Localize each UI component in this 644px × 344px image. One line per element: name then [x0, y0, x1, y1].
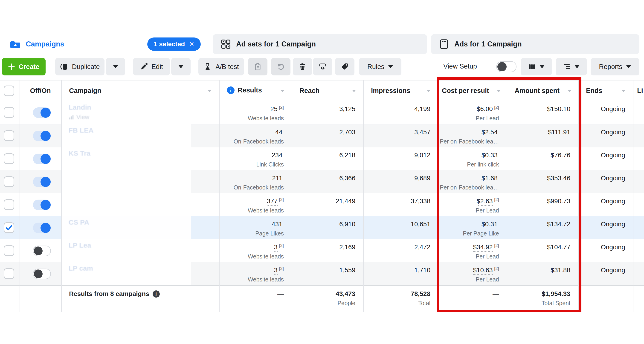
rules-button[interactable]: Rules	[359, 58, 402, 75]
chevron-down-icon	[626, 65, 631, 68]
col-header-results[interactable]: i Results	[227, 86, 262, 94]
campaign-on-off-toggle[interactable]	[33, 177, 51, 187]
select-all-checkbox[interactable]	[4, 85, 14, 96]
campaign-on-off-toggle[interactable]	[33, 269, 51, 279]
sort-caret-icon[interactable]	[208, 90, 212, 92]
chevron-down-icon	[178, 65, 184, 68]
tab-ad-sets[interactable]: Ad sets for 1 Campaign	[213, 34, 427, 54]
results-cell: 431 Page Likes	[219, 216, 292, 239]
tag-button[interactable]	[335, 58, 354, 75]
ends-cell: Ongoing	[578, 101, 633, 124]
cost-per-result-cell: $34.92[2] Per Lead	[438, 239, 507, 262]
reach-cell: 2,169	[292, 239, 363, 262]
ends-cell: Ongoing	[578, 262, 633, 285]
clear-selection-icon[interactable]: ✕	[189, 40, 194, 48]
cost-per-result-cell: $10.63[2] Per Lead	[438, 262, 507, 285]
col-header-ends[interactable]: Ends	[586, 87, 602, 94]
campaign-name-hint: CS PA	[68, 218, 89, 226]
row-checkbox[interactable]	[4, 176, 14, 187]
totals-cost: —	[438, 290, 499, 298]
row-checkbox[interactable]	[4, 222, 14, 233]
amount-spent-cell: $31.88	[507, 262, 578, 285]
totals-reach-label: People	[273, 300, 355, 307]
col-header-truncated[interactable]: Li	[637, 87, 643, 94]
columns-icon	[528, 63, 536, 71]
undo-button[interactable]	[271, 58, 290, 75]
ends-cell: Ongoing	[578, 124, 633, 147]
campaign-on-off-toggle[interactable]	[33, 200, 51, 210]
campaign-on-off-toggle[interactable]	[33, 223, 51, 233]
col-header-cost-per-result[interactable]: Cost per result	[442, 87, 489, 94]
breakdown-button[interactable]	[556, 58, 587, 75]
cost-per-result-cell: $1.68 Per on-Facebook lea…	[438, 170, 507, 193]
results-cell: 234 Link Clicks	[219, 147, 292, 170]
amount-spent-cell: $111.91	[507, 124, 578, 147]
totals-spent: $1,954.33	[507, 290, 570, 298]
col-header-amount-spent[interactable]: Amount spent	[515, 87, 560, 94]
edit-button[interactable]: Edit	[133, 58, 170, 75]
cost-per-result-cell: $2.54 Per on-Facebook lea…	[438, 124, 507, 147]
reports-button[interactable]: Reports	[590, 58, 640, 75]
tab-ads[interactable]: Ads for 1 Campaign	[431, 34, 640, 54]
sort-caret-icon[interactable]	[426, 90, 431, 92]
tab-ads-label: Ads for 1 Campaign	[454, 40, 522, 48]
chevron-down-icon	[540, 65, 544, 68]
grid-icon	[220, 39, 231, 49]
chevron-down-icon	[574, 65, 580, 68]
reach-cell: 6,366	[292, 170, 363, 193]
row-checkbox[interactable]	[4, 268, 14, 279]
col-header-impressions[interactable]: Impressions	[371, 87, 410, 94]
view-charts-hint: View	[68, 114, 89, 121]
campaign-name-hint: LP Lea	[68, 241, 91, 249]
row-checkbox[interactable]	[4, 245, 14, 256]
row-checkbox[interactable]	[4, 153, 14, 164]
amount-spent-cell: $104.77	[507, 239, 578, 262]
sort-caret-icon[interactable]	[497, 90, 501, 92]
sort-caret-icon[interactable]	[352, 90, 356, 92]
sort-caret-icon[interactable]	[622, 90, 626, 92]
paste-button[interactable]	[248, 58, 268, 75]
campaign-name-hint: LP cam	[68, 265, 93, 272]
ends-cell: Ongoing	[578, 216, 633, 239]
view-setup-toggle[interactable]	[496, 61, 516, 72]
delete-button[interactable]	[293, 58, 312, 75]
duplicate-button[interactable]: Duplicate	[55, 58, 104, 75]
cost-per-result-cell: $0.33 Per link click	[438, 147, 507, 170]
totals-results: —	[219, 290, 284, 298]
reach-cell: 2,703	[292, 124, 363, 147]
row-checkbox[interactable]	[4, 199, 14, 210]
row-checkbox[interactable]	[4, 107, 14, 118]
info-icon[interactable]: i	[152, 291, 160, 298]
campaign-privacy-blur: Landin View FB LEA KS Tra CS PA LP Lea L…	[62, 102, 191, 285]
cost-per-result-cell: $6.00[2] Per Lead	[438, 101, 507, 124]
campaign-name-hint: FB LEA	[68, 126, 94, 134]
create-button[interactable]: Create	[2, 58, 46, 75]
campaign-on-off-toggle[interactable]	[33, 246, 51, 256]
preview-button[interactable]	[313, 58, 332, 75]
action-toolbar: Create Duplicate Edit	[0, 54, 644, 80]
ab-test-button[interactable]: A/B test	[198, 58, 244, 75]
sort-caret-icon[interactable]	[568, 90, 572, 92]
results-cell: 3[2] Website leads	[219, 262, 292, 285]
tab-campaigns[interactable]: Campaigns 1 selected ✕	[2, 34, 208, 54]
ends-cell: Ongoing	[578, 170, 633, 193]
columns-button[interactable]	[521, 58, 552, 75]
campaign-on-off-toggle[interactable]	[33, 154, 51, 164]
selected-count-badge[interactable]: 1 selected ✕	[147, 37, 201, 51]
totals-impressions-label: Total	[345, 300, 430, 307]
ends-cell: Ongoing	[578, 239, 633, 262]
clipboard-icon	[254, 62, 262, 71]
campaign-on-off-toggle[interactable]	[33, 107, 51, 118]
info-icon[interactable]: i	[227, 86, 234, 94]
col-header-reach[interactable]: Reach	[300, 87, 320, 94]
campaign-on-off-toggle[interactable]	[33, 131, 51, 141]
edit-dropdown-button[interactable]	[171, 58, 190, 75]
row-checkbox[interactable]	[4, 130, 14, 141]
col-header-campaign[interactable]: Campaign	[69, 87, 101, 94]
tab-ad-sets-label: Ad sets for 1 Campaign	[236, 40, 316, 48]
duplicate-dropdown-button[interactable]	[106, 58, 125, 75]
sort-caret-icon[interactable]	[280, 90, 284, 92]
frame-arrows-icon	[318, 62, 327, 71]
amount-spent-cell: $76.76	[507, 147, 578, 170]
ends-cell: Ongoing	[578, 193, 633, 216]
